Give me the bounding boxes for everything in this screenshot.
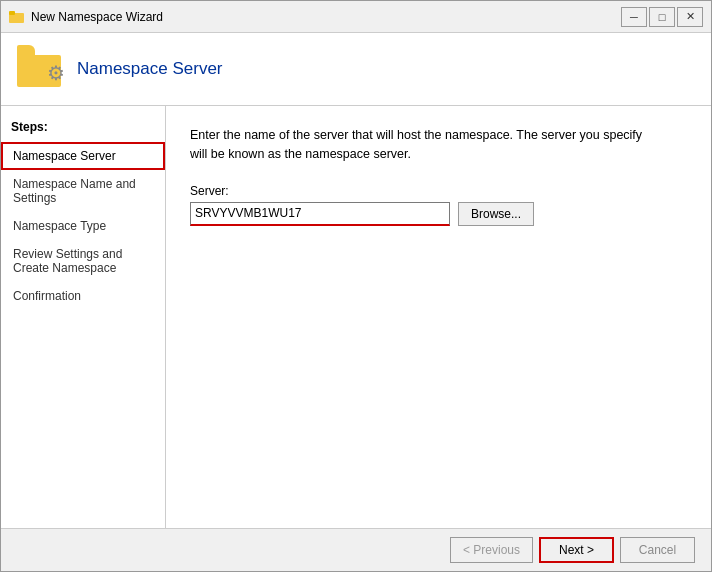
- close-button[interactable]: ✕: [677, 7, 703, 27]
- title-bar-controls: ─ □ ✕: [621, 7, 703, 27]
- wizard-icon: ⚙: [17, 45, 65, 93]
- sidebar-item-namespace-type[interactable]: Namespace Type: [1, 212, 165, 240]
- server-field-label: Server:: [190, 184, 687, 198]
- browse-button[interactable]: Browse...: [458, 202, 534, 226]
- header-area: ⚙ Namespace Server: [1, 33, 711, 106]
- previous-button[interactable]: < Previous: [450, 537, 533, 563]
- maximize-button[interactable]: □: [649, 7, 675, 27]
- steps-label: Steps:: [1, 116, 165, 142]
- page-title: Namespace Server: [77, 59, 223, 79]
- cancel-button[interactable]: Cancel: [620, 537, 695, 563]
- svg-rect-2: [9, 11, 15, 15]
- steps-panel: Steps: Namespace Server Namespace Name a…: [1, 106, 166, 528]
- next-button[interactable]: Next >: [539, 537, 614, 563]
- minimize-button[interactable]: ─: [621, 7, 647, 27]
- server-field-row: Browse...: [190, 202, 687, 226]
- sidebar-item-namespace-name-settings[interactable]: Namespace Name and Settings: [1, 170, 165, 212]
- content-area: Steps: Namespace Server Namespace Name a…: [1, 106, 711, 528]
- title-bar-icon: [9, 9, 25, 25]
- main-window: New Namespace Wizard ─ □ ✕ ⚙ Namespace S…: [0, 0, 712, 572]
- main-panel: Enter the name of the server that will h…: [166, 106, 711, 528]
- sidebar-item-namespace-server[interactable]: Namespace Server: [1, 142, 165, 170]
- title-bar: New Namespace Wizard ─ □ ✕: [1, 1, 711, 33]
- window-title: New Namespace Wizard: [31, 10, 621, 24]
- footer-area: < Previous Next > Cancel: [1, 528, 711, 571]
- description-text: Enter the name of the server that will h…: [190, 126, 650, 164]
- server-input[interactable]: [190, 202, 450, 226]
- sidebar-item-review-settings[interactable]: Review Settings and Create Namespace: [1, 240, 165, 282]
- sidebar-item-confirmation[interactable]: Confirmation: [1, 282, 165, 310]
